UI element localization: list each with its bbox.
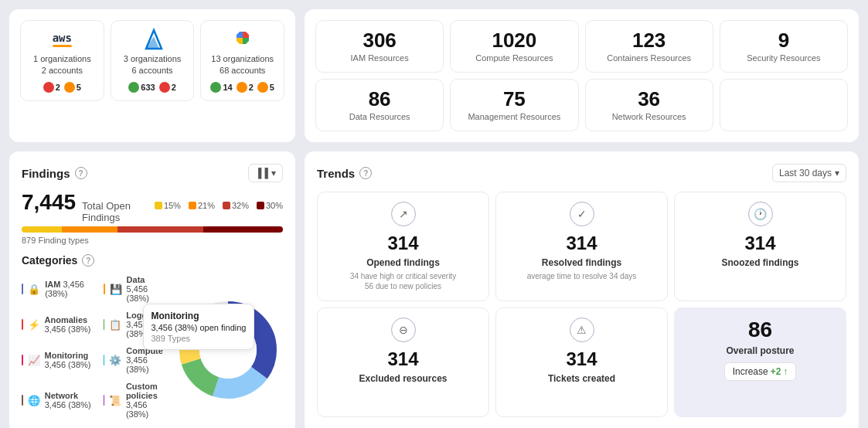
- cloud-org-info: 1 organizations 2 accounts: [33, 53, 91, 77]
- badge-count: 633: [141, 83, 155, 92]
- date-filter-dropdown[interactable]: Last 30 days ▾: [772, 164, 846, 182]
- sev-pct: 32%: [232, 201, 249, 210]
- cat-color-bar: [22, 395, 23, 406]
- cat-name: Custom policies 3,456 (38%): [126, 382, 166, 419]
- donut-area: Monitoring 3,456 (38%) open finding 389 …: [166, 273, 298, 421]
- badge-count: 5: [270, 83, 274, 92]
- resource-number: 9: [778, 30, 789, 50]
- cloud-logo-container: [227, 29, 258, 50]
- badge-count: 2: [249, 83, 254, 92]
- org-line2: 6 accounts: [124, 65, 182, 76]
- finding-types-count: 879: [22, 236, 36, 245]
- cat-icon: 📈: [28, 353, 40, 367]
- badge: 633: [128, 82, 155, 93]
- trend-sublabel: average time to resolve 34 days: [527, 271, 637, 281]
- cloud-account-azure: 3 organizations 6 accounts 6332: [111, 20, 195, 101]
- trend-number: 314: [566, 348, 597, 370]
- cat-color-bar: [104, 395, 104, 406]
- cloud-badges: 1425: [210, 82, 274, 93]
- trend-label: Opened findings: [366, 257, 440, 268]
- severity-label: 21%: [189, 201, 215, 210]
- cat-icon: 🔒: [28, 282, 40, 296]
- trends-card: Trends ? Last 30 days ▾ ↗ 314 Opened fin…: [305, 151, 859, 428]
- resource-label: Data Resources: [349, 112, 410, 121]
- resource-label: Network Resources: [612, 112, 686, 121]
- trend-number: 314: [744, 233, 775, 254]
- trend-sublabel-line: 56 due to new policies: [350, 281, 456, 291]
- donut-tooltip: Monitoring 3,456 (38%) open finding 389 …: [143, 304, 255, 350]
- chart-icon: ▐▐: [255, 168, 268, 178]
- cat-name: Network 3,456 (38%): [45, 391, 91, 409]
- cat-icon: 📋: [109, 318, 121, 331]
- total-findings-number: 7,445: [22, 190, 76, 215]
- trend-card-overall-posture: 86 Overall posture Increase +2 ↑: [674, 307, 846, 417]
- badge: 2: [237, 82, 254, 93]
- trends-help-icon[interactable]: ?: [359, 167, 372, 179]
- org-line1: 13 organizations: [211, 53, 274, 65]
- tooltip-types: 389 Types: [151, 334, 247, 343]
- org-line2: 68 accounts: [211, 65, 274, 76]
- main-grid: aws 1 organizations 2 accounts 25 3 orga…: [9, 9, 859, 428]
- cat-name: IAM 3,456 (38%): [45, 280, 91, 298]
- sev-dot: [155, 202, 162, 209]
- aws-logo: aws: [53, 32, 72, 47]
- cat-color-bar: [22, 355, 23, 365]
- cloud-accounts-list: aws 1 organizations 2 accounts 25 3 orga…: [20, 20, 284, 101]
- trend-card-opened-findings: ↗ 314 Opened findings 34 have high or cr…: [317, 192, 489, 301]
- trend-icon: 🕐: [748, 202, 773, 226]
- trend-card-excluded-resources: ⊖ 314 Excluded resources: [317, 307, 489, 417]
- increase-badge[interactable]: Increase +2 ↑: [724, 362, 797, 381]
- findings-content: 🔒 IAM 3,456 (38%) 💾 Data 5,456 (38%) ⚡ A…: [22, 273, 283, 421]
- badge-dot: [237, 82, 247, 93]
- sev-pct: 30%: [266, 201, 283, 210]
- badge: 5: [64, 82, 81, 93]
- trends-title: Trends ?: [317, 167, 372, 180]
- badge: 14: [210, 82, 232, 93]
- badge-count: 2: [56, 83, 60, 92]
- trend-number: 314: [566, 233, 597, 254]
- findings-card: Findings ? ▐▐ ▾ 7,445 Total Open Finding…: [9, 151, 295, 428]
- findings-header: Findings ? ▐▐ ▾: [22, 164, 283, 182]
- severity-label: 15%: [155, 201, 181, 210]
- cat-color-bar: [104, 355, 104, 365]
- resource-card-compute-resources: 1020 Compute Resources: [450, 20, 578, 73]
- findings-title-text: Findings: [22, 167, 70, 180]
- resource-card-iam-resources: 306 IAM Resources: [315, 20, 444, 73]
- cloud-accounts-card: aws 1 organizations 2 accounts 25 3 orga…: [9, 9, 295, 142]
- badge-dot: [64, 82, 75, 93]
- increase-arrow: ↑: [783, 366, 788, 377]
- total-findings-label: Total Open Findings: [82, 200, 148, 223]
- cat-color-bar: [22, 284, 23, 294]
- sev-pct: 15%: [164, 201, 181, 210]
- progress-segment: [62, 226, 117, 233]
- tooltip-detail: 3,456 (38%) open finding: [151, 323, 247, 332]
- finding-types-label: Finding types: [38, 236, 88, 245]
- badge-dot: [257, 82, 268, 93]
- cat-name: Compute 3,456 (38%): [126, 346, 165, 374]
- resource-card-containers-resources: 123 Containers Resources: [585, 20, 713, 73]
- cat-icon: 📜: [109, 393, 121, 407]
- trend-number: 314: [387, 348, 418, 370]
- resource-label: Compute Resources: [475, 53, 553, 63]
- resource-card-network-resources: 36 Network Resources: [585, 79, 713, 131]
- resource-card-management-resources: 75 Management Resources: [450, 79, 578, 131]
- cat-icon: 🌐: [28, 393, 40, 407]
- cloud-account-aws: aws 1 organizations 2 accounts 25: [20, 20, 104, 101]
- chart-toggle-button[interactable]: ▐▐ ▾: [248, 164, 283, 182]
- badge-dot: [210, 82, 221, 93]
- cloud-org-info: 3 organizations 6 accounts: [124, 53, 182, 77]
- increase-text: Increase: [733, 366, 768, 377]
- findings-help-icon[interactable]: ?: [75, 167, 87, 179]
- org-line1: 1 organizations: [33, 53, 91, 65]
- severity-label: 30%: [257, 201, 283, 210]
- org-line1: 3 organizations: [124, 53, 182, 65]
- sev-dot: [257, 202, 264, 209]
- categories-help-icon[interactable]: ?: [82, 254, 94, 267]
- resource-number: 123: [632, 30, 665, 50]
- tooltip-title: Monitoring: [151, 311, 247, 321]
- trend-icon: ⚠: [570, 318, 594, 342]
- cat-color-bar: [104, 319, 104, 330]
- trends-grid: ↗ 314 Opened findings 34 have high or cr…: [317, 192, 846, 417]
- dropdown-chevron: ▾: [835, 168, 839, 178]
- trend-sublabel-line: average time to resolve 34 days: [527, 271, 637, 281]
